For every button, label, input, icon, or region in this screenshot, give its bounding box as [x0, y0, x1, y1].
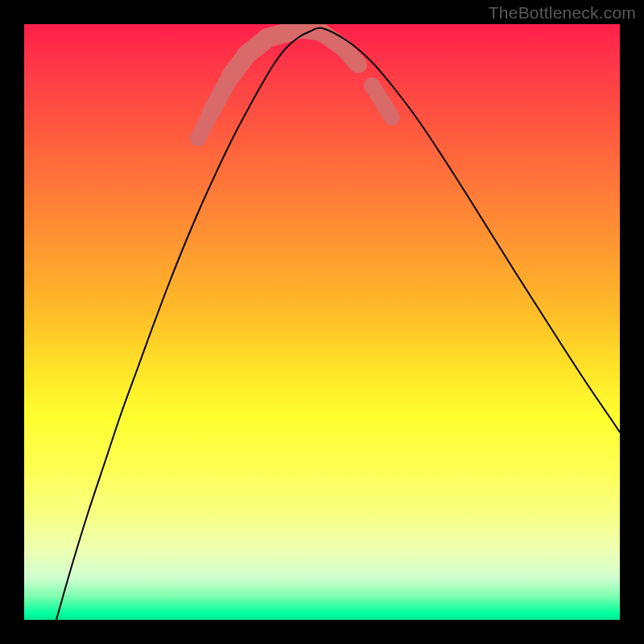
chart-svg	[24, 24, 620, 620]
bottleneck-curve	[56, 28, 620, 620]
curve-marker	[383, 103, 392, 118]
plot-area	[24, 24, 620, 620]
chart-frame: TheBottleneck.com	[0, 0, 644, 644]
watermark-text: TheBottleneck.com	[489, 3, 636, 23]
marker-layer	[198, 29, 392, 138]
curve-marker	[344, 48, 358, 64]
